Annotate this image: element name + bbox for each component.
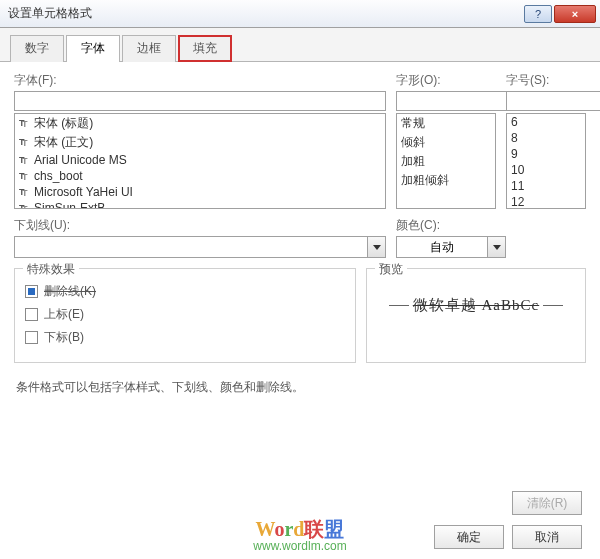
checkbox-icon xyxy=(25,331,38,344)
list-item[interactable]: Microsoft YaHei UI xyxy=(15,184,385,200)
clear-button[interactable]: 清除(R) xyxy=(512,491,582,515)
list-item[interactable]: 加粗 xyxy=(397,152,495,171)
list-item[interactable]: 加粗倾斜 xyxy=(397,171,495,190)
strikethrough-checkbox[interactable]: 删除线(K) xyxy=(25,283,345,300)
underline-dropdown[interactable] xyxy=(14,236,386,258)
footer-note: 条件格式可以包括字体样式、下划线、颜色和删除线。 xyxy=(16,379,584,396)
tab-strip: 数字 字体 边框 填充 xyxy=(0,28,600,62)
subscript-checkbox[interactable]: 下标(B) xyxy=(25,329,345,346)
list-item[interactable]: 宋体 (标题) xyxy=(15,114,385,133)
color-label: 颜色(C): xyxy=(396,217,586,234)
cancel-button[interactable]: 取消 xyxy=(512,525,582,549)
truetype-icon xyxy=(19,171,31,182)
list-item[interactable]: 宋体 (正文) xyxy=(15,133,385,152)
list-item[interactable]: SimSun-ExtB xyxy=(15,200,385,209)
color-dropdown[interactable]: 自动 xyxy=(396,236,506,258)
preview-legend: 预览 xyxy=(375,261,407,278)
style-listbox[interactable]: 常规 倾斜 加粗 加粗倾斜 xyxy=(396,113,496,209)
truetype-icon xyxy=(19,203,31,210)
list-item[interactable]: 9 xyxy=(507,146,585,162)
tab-panel-font: 字体(F): 宋体 (标题) 宋体 (正文) Arial Unicode MS … xyxy=(0,62,600,414)
truetype-icon xyxy=(19,137,31,148)
preview-text: 微软卓越 AaBbCc xyxy=(413,296,539,315)
size-input[interactable] xyxy=(506,91,600,111)
size-label: 字号(S): xyxy=(506,72,586,89)
watermark-brand: Word联盟 xyxy=(253,518,346,540)
superscript-checkbox[interactable]: 上标(E) xyxy=(25,306,345,323)
close-button[interactable]: × xyxy=(554,5,596,23)
truetype-icon xyxy=(19,155,31,166)
list-item[interactable]: 12 xyxy=(507,194,585,209)
effects-legend: 特殊效果 xyxy=(23,261,79,278)
list-item[interactable]: 8 xyxy=(507,130,585,146)
checkbox-icon xyxy=(25,308,38,321)
list-item[interactable]: Arial Unicode MS xyxy=(15,152,385,168)
chevron-down-icon xyxy=(367,237,385,257)
tab-font[interactable]: 字体 xyxy=(66,35,120,62)
watermark-url: www.wordlm.com xyxy=(253,540,346,553)
list-item[interactable]: 11 xyxy=(507,178,585,194)
font-listbox[interactable]: 宋体 (标题) 宋体 (正文) Arial Unicode MS chs_boo… xyxy=(14,113,386,209)
list-item[interactable]: chs_boot xyxy=(15,168,385,184)
style-label: 字形(O): xyxy=(396,72,496,89)
chevron-down-icon xyxy=(487,237,505,257)
font-label: 字体(F): xyxy=(14,72,386,89)
truetype-icon xyxy=(19,187,31,198)
color-value: 自动 xyxy=(397,239,487,256)
watermark: Word联盟 www.wordlm.com xyxy=(253,518,346,553)
titlebar: 设置单元格格式 ? × xyxy=(0,0,600,28)
preview-area: 微软卓越 AaBbCc xyxy=(377,277,575,333)
size-listbox[interactable]: 6 8 9 10 11 12 xyxy=(506,113,586,209)
effects-group: 特殊效果 删除线(K) 上标(E) 下标(B) xyxy=(14,268,356,363)
window-title: 设置单元格格式 xyxy=(8,5,522,22)
preview-group: 预览 微软卓越 AaBbCc xyxy=(366,268,586,363)
tab-border[interactable]: 边框 xyxy=(122,35,176,62)
help-button[interactable]: ? xyxy=(524,5,552,23)
list-item[interactable]: 常规 xyxy=(397,114,495,133)
font-input[interactable] xyxy=(14,91,386,111)
tab-number[interactable]: 数字 xyxy=(10,35,64,62)
list-item[interactable]: 10 xyxy=(507,162,585,178)
list-item[interactable]: 倾斜 xyxy=(397,133,495,152)
underline-label: 下划线(U): xyxy=(14,217,386,234)
list-item[interactable]: 6 xyxy=(507,114,585,130)
ok-button[interactable]: 确定 xyxy=(434,525,504,549)
checkbox-icon xyxy=(25,285,38,298)
tab-fill[interactable]: 填充 xyxy=(178,35,232,62)
truetype-icon xyxy=(19,118,31,129)
